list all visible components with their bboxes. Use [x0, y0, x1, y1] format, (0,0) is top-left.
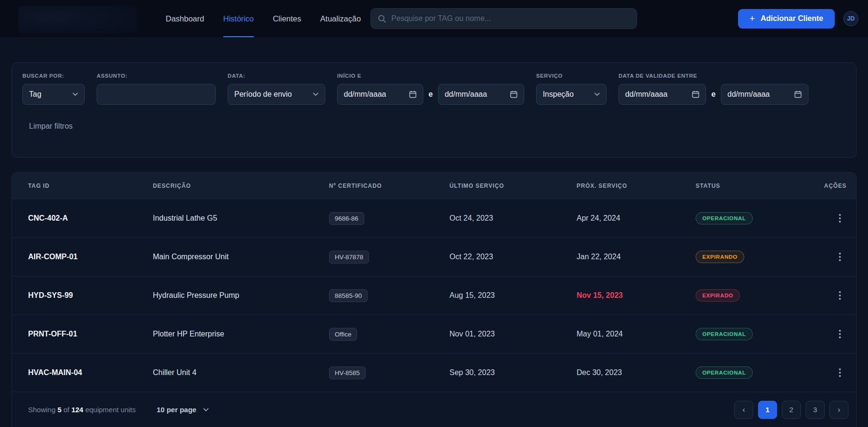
nav-item-historico[interactable]: Histórico	[223, 0, 254, 37]
cell-description: Main Compressor Unit	[153, 253, 329, 261]
assunto-input[interactable]	[103, 90, 209, 99]
filter-label-data: DATA:	[228, 73, 325, 79]
status-badge: EXPIRADO	[696, 289, 740, 302]
total-count: 124	[71, 406, 83, 414]
column-header-status: STATUS	[696, 183, 808, 189]
cell-tag-id: HVAC-MAIN-04	[28, 368, 153, 377]
table-header-row: TAG ID DESCRIÇÃO Nº CERTIFICADO ÚLTIMO S…	[12, 173, 856, 199]
chevron-left-icon: ‹	[742, 405, 745, 415]
nav-item-clientes[interactable]: Clientes	[273, 0, 301, 37]
search-input[interactable]	[391, 14, 630, 23]
user-avatar[interactable]: JD	[843, 11, 858, 26]
filter-label-servico: SERVIÇO	[536, 73, 607, 79]
global-search[interactable]	[370, 8, 637, 29]
cell-next-service: Dec 30, 2023	[577, 368, 696, 377]
row-actions-button[interactable]	[833, 250, 847, 264]
chevron-down-icon	[313, 92, 319, 96]
main-nav: Dashboard Histórico Clientes Atualização	[166, 0, 361, 37]
validade-date-to-value: dd/mm/aaaa	[728, 90, 770, 99]
row-actions-button[interactable]	[833, 327, 847, 341]
calendar-icon	[510, 91, 518, 98]
nav-item-atualizacao[interactable]: Atualização	[320, 0, 361, 37]
inicio-date-to[interactable]: dd/mm/aaaa	[438, 84, 524, 105]
certificate-badge: 88585-90	[329, 289, 368, 302]
chevron-right-icon: ›	[838, 405, 840, 415]
column-header-tag-id: TAG ID	[28, 183, 153, 189]
inicio-date-from-value: dd/mm/aaaa	[344, 90, 386, 99]
filter-assunto: ASSUNTO:	[97, 73, 216, 105]
data-select[interactable]: Período de envio	[228, 84, 325, 105]
nav-item-dashboard[interactable]: Dashboard	[166, 0, 204, 37]
column-header-acoes: AÇÕES	[808, 183, 847, 189]
buscar-por-select[interactable]: Tag	[22, 84, 85, 105]
status-badge: OPERACIONAL	[696, 328, 753, 340]
inicio-conjunction: e	[429, 90, 433, 99]
filter-servico: SERVIÇO Inspeção	[536, 73, 607, 105]
logo-placeholder	[18, 6, 137, 33]
certificate-badge: 9686-86	[329, 212, 364, 225]
cell-last-service: Oct 24, 2023	[449, 214, 577, 223]
calendar-icon	[794, 91, 802, 98]
table-footer: Showing 5 of 124 equipment units 10 per …	[12, 392, 856, 427]
filter-buscar-por: BUSCAR POR: Tag	[22, 73, 85, 105]
plus-icon: +	[749, 13, 755, 24]
chevron-down-icon	[203, 408, 209, 412]
column-header-ultimo-servico: ÚLTIMO SERVIÇO	[449, 183, 577, 189]
pagination-next-button[interactable]: ›	[829, 401, 848, 419]
top-navbar: Dashboard Histórico Clientes Atualização…	[0, 0, 868, 37]
chevron-down-icon	[594, 92, 600, 96]
column-header-descricao: DESCRIÇÃO	[153, 183, 329, 189]
cell-description: Hydraulic Pressure Pump	[153, 291, 329, 300]
servico-select[interactable]: Inspeção	[536, 84, 607, 105]
cell-tag-id: PRNT-OFF-01	[28, 330, 153, 338]
table-row: HVAC-MAIN-04 Chiller Unit 4 HV-8585 Sep …	[12, 353, 856, 392]
inicio-date-to-value: dd/mm/aaaa	[445, 90, 487, 99]
inicio-date-from[interactable]: dd/mm/aaaa	[337, 84, 423, 105]
column-header-certificado: Nº CERTIFICADO	[329, 183, 449, 189]
row-actions-button[interactable]	[833, 212, 847, 225]
table-row: AIR-COMP-01 Main Compressor Unit HV-8787…	[12, 237, 856, 276]
filter-validade: DATA DE VALIDADE ENTRE dd/mm/aaaa e	[619, 73, 808, 105]
table-row: PRNT-OFF-01 Plotter HP Enterprise Office…	[12, 315, 856, 353]
pagination-page-2[interactable]: 2	[782, 401, 801, 419]
filter-label-inicio: INÍCIO E	[337, 73, 524, 79]
equipment-table: TAG ID DESCRIÇÃO Nº CERTIFICADO ÚLTIMO S…	[11, 172, 857, 427]
row-actions-button[interactable]	[833, 289, 847, 302]
filter-inicio: INÍCIO E dd/mm/aaaa e dd/mm/aa	[337, 73, 524, 105]
clear-filters-button[interactable]: Limpar filtros	[29, 122, 73, 131]
pagination-prev-button[interactable]: ‹	[734, 401, 753, 419]
status-badge: EXPIRANDO	[696, 251, 744, 263]
filter-label-buscar-por: BUSCAR POR:	[22, 73, 85, 79]
servico-value: Inspeção	[543, 90, 574, 99]
filter-data: DATA: Período de envio	[228, 73, 325, 105]
table-row: HYD-SYS-99 Hydraulic Pressure Pump 88585…	[12, 276, 856, 315]
cell-description: Chiller Unit 4	[153, 368, 329, 377]
status-badge: OPERACIONAL	[696, 212, 753, 224]
validade-date-from[interactable]: dd/mm/aaaa	[619, 84, 706, 105]
table-row: CNC-402-A Industrial Lathe G5 9686-86 Oc…	[12, 199, 856, 237]
status-badge: OPERACIONAL	[696, 366, 753, 379]
calendar-icon	[409, 91, 417, 98]
cell-tag-id: AIR-COMP-01	[28, 253, 153, 261]
filter-panel: BUSCAR POR: Tag ASSUNTO: DATA: Período d…	[11, 62, 857, 158]
certificate-badge: HV-8585	[329, 366, 366, 379]
certificate-badge: HV-87878	[329, 251, 369, 264]
buscar-por-value: Tag	[29, 90, 41, 99]
cell-last-service: Aug 15, 2023	[449, 291, 577, 300]
row-actions-button[interactable]	[833, 366, 847, 379]
data-value: Período de envio	[234, 90, 292, 99]
pagination-page-1[interactable]: 1	[758, 401, 777, 419]
filter-label-assunto: ASSUNTO:	[97, 73, 216, 79]
cell-last-service: Sep 30, 2023	[449, 368, 577, 377]
per-page-select[interactable]: 10 per page	[157, 406, 209, 414]
validade-date-to[interactable]: dd/mm/aaaa	[721, 84, 808, 105]
pagination-page-3[interactable]: 3	[806, 401, 825, 419]
cell-tag-id: CNC-402-A	[28, 214, 153, 223]
per-page-value: 10 per page	[157, 406, 196, 414]
cell-next-service: May 01, 2024	[577, 330, 696, 338]
cell-next-service: Nov 15, 2023	[577, 291, 696, 300]
pagination: ‹ 1 2 3 ›	[734, 401, 848, 419]
certificate-badge: Office	[329, 328, 357, 341]
cell-next-service: Jan 22, 2024	[577, 253, 696, 261]
add-client-button[interactable]: + Adicionar Cliente	[738, 9, 835, 29]
